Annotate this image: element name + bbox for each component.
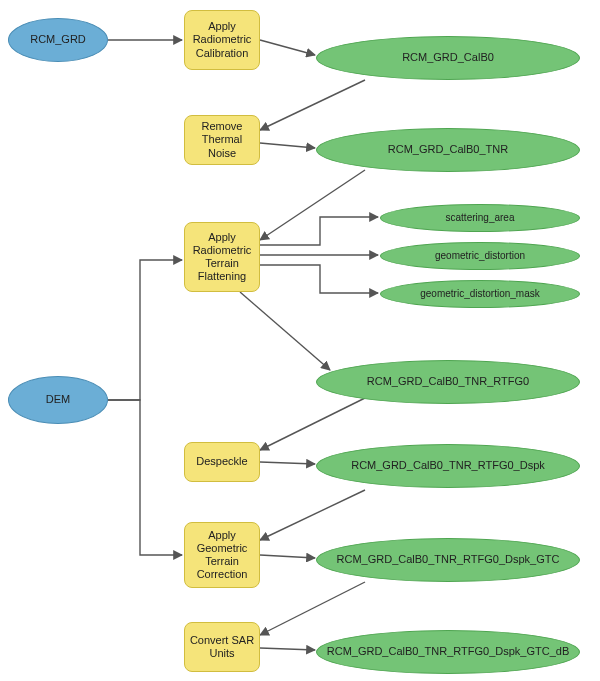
output-gtc-label: RCM_GRD_CalB0_TNR_RTFG0_Dspk_GTC xyxy=(337,553,560,566)
edge-dspk-gtc xyxy=(260,490,365,540)
output-dspk-label: RCM_GRD_CalB0_TNR_RTFG0_Dspk xyxy=(351,459,545,472)
process-remove-thermal-noise-label: Remove Thermal Noise xyxy=(189,120,255,160)
output-tnr-label: RCM_GRD_CalB0_TNR xyxy=(388,143,508,156)
input-dem: DEM xyxy=(8,376,108,424)
edge-gtcout-convert xyxy=(260,582,365,635)
process-radiometric-terrain-flattening: Apply Radiometric Terrain Flattening xyxy=(184,222,260,292)
edge-gtcproc-gtcout xyxy=(260,555,315,558)
output-tnr: RCM_GRD_CalB0_TNR xyxy=(316,128,580,172)
process-remove-thermal-noise: Remove Thermal Noise xyxy=(184,115,260,165)
edge-convert-db xyxy=(260,648,315,650)
edge-radcal-calb0 xyxy=(260,40,315,55)
edge-dem-rtf xyxy=(108,260,182,400)
output-scattering-area-label: scattering_area xyxy=(446,212,515,224)
process-geometric-terrain-correction: Apply Geometric Terrain Correction xyxy=(184,522,260,588)
output-rtfg0: RCM_GRD_CalB0_TNR_RTFG0 xyxy=(316,360,580,404)
edge-rtf-rtfg0 xyxy=(240,292,330,370)
output-scattering-area: scattering_area xyxy=(380,204,580,232)
input-rcm-grd: RCM_GRD xyxy=(8,18,108,62)
process-radiometric-calibration-label: Apply Radiometric Calibration xyxy=(189,20,255,60)
output-calb0-label: RCM_GRD_CalB0 xyxy=(402,51,494,64)
output-geometric-distortion-mask-label: geometric_distortion_mask xyxy=(420,288,540,300)
edge-dspkproc-dspkout xyxy=(260,462,315,464)
process-convert-sar-units: Convert SAR Units xyxy=(184,622,260,672)
output-db-label: RCM_GRD_CalB0_TNR_RTFG0_Dspk_GTC_dB xyxy=(327,645,569,658)
process-convert-sar-units-label: Convert SAR Units xyxy=(189,634,255,660)
input-rcm-grd-label: RCM_GRD xyxy=(30,33,86,46)
input-dem-label: DEM xyxy=(46,393,70,406)
edge-tnrproc-tnrout xyxy=(260,143,315,148)
output-gtc: RCM_GRD_CalB0_TNR_RTFG0_Dspk_GTC xyxy=(316,538,580,582)
output-calb0: RCM_GRD_CalB0 xyxy=(316,36,580,80)
process-radiometric-calibration: Apply Radiometric Calibration xyxy=(184,10,260,70)
output-db: RCM_GRD_CalB0_TNR_RTFG0_Dspk_GTC_dB xyxy=(316,630,580,674)
process-radiometric-terrain-flattening-label: Apply Radiometric Terrain Flattening xyxy=(189,231,255,284)
edge-tnrout-rtf xyxy=(260,170,365,240)
output-geometric-distortion-mask: geometric_distortion_mask xyxy=(380,280,580,308)
process-despeckle: Despeckle xyxy=(184,442,260,482)
edge-rtf-scat xyxy=(260,217,378,245)
edge-rtfg0-dspk xyxy=(260,398,365,450)
process-geometric-terrain-correction-label: Apply Geometric Terrain Correction xyxy=(189,529,255,582)
process-despeckle-label: Despeckle xyxy=(196,455,247,468)
output-geometric-distortion: geometric_distortion xyxy=(380,242,580,270)
output-geometric-distortion-label: geometric_distortion xyxy=(435,250,525,262)
edge-calb0-tnr-proc xyxy=(260,80,365,130)
output-rtfg0-label: RCM_GRD_CalB0_TNR_RTFG0 xyxy=(367,375,529,388)
edge-dem-gtc xyxy=(108,400,182,555)
output-dspk: RCM_GRD_CalB0_TNR_RTFG0_Dspk xyxy=(316,444,580,488)
edge-rtf-gdm xyxy=(260,265,378,293)
